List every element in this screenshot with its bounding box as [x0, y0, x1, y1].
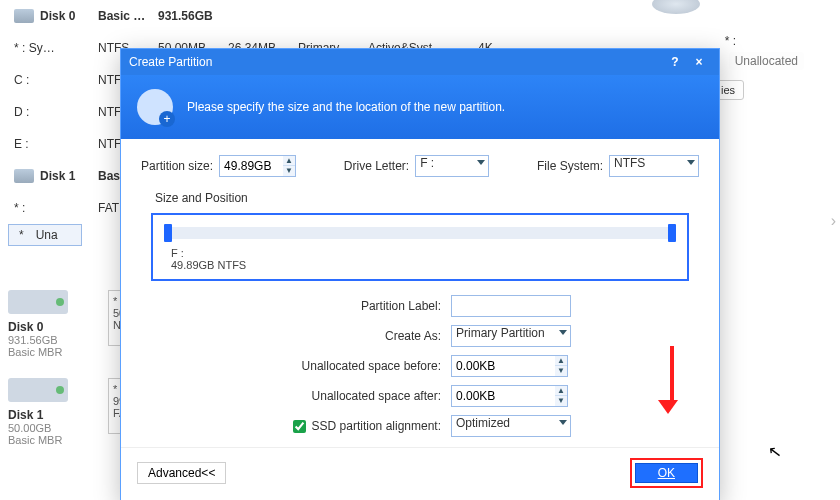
space-before-stepper[interactable]: ▲▼ [451, 355, 591, 377]
partition-range-track[interactable] [169, 227, 671, 239]
space-before-input[interactable] [451, 355, 555, 377]
chevron-right-icon[interactable]: › [831, 212, 836, 230]
drive-letter-select[interactable]: F : [415, 155, 489, 177]
file-system-label: File System: [537, 159, 603, 173]
space-after-label: Unallocated space after: [181, 389, 451, 403]
track-caption: 49.89GB NTFS [171, 259, 677, 271]
stepper-down-icon[interactable]: ▼ [283, 166, 295, 176]
disk-icon [8, 290, 68, 314]
track-letter: F : [171, 247, 677, 259]
partition-size-stepper[interactable]: ▲▼ [219, 155, 296, 177]
chevron-down-icon [477, 160, 485, 165]
size-position-box: F : 49.89GB NTFS [151, 213, 689, 281]
drive-letter-label: Drive Letter: [344, 159, 409, 173]
disk1-summary[interactable]: Disk 1 50.00GB Basic MBR [8, 378, 96, 446]
annotation-arrow-icon [666, 346, 678, 414]
dialog-title: Create Partition [129, 55, 212, 69]
advanced-toggle[interactable]: Advanced<< [137, 462, 226, 484]
help-icon[interactable]: ? [663, 52, 687, 72]
partition-add-icon [137, 89, 173, 125]
table-row[interactable]: *Una [8, 224, 82, 246]
stepper-down-icon[interactable]: ▼ [555, 366, 567, 376]
disk1-size: 50.00GB [8, 422, 96, 434]
chevron-down-icon [687, 160, 695, 165]
partition-size-input[interactable] [219, 155, 283, 177]
disk1-title: Disk 1 [8, 408, 96, 422]
ssd-align-value: Optimized [456, 416, 510, 430]
create-as-value: Primary Partition [456, 326, 545, 340]
close-icon[interactable]: × [687, 52, 711, 72]
disk0-size: 931.56GB [8, 334, 96, 346]
mouse-cursor-icon: ↖ [767, 441, 783, 462]
chevron-down-icon [559, 420, 567, 425]
create-partition-dialog: Create Partition ? × Please specify the … [120, 48, 720, 500]
partition-label-label: Partition Label: [181, 299, 451, 313]
range-handle-left[interactable] [164, 224, 172, 242]
dialog-ribbon: Please specify the size and the location… [121, 75, 719, 139]
chevron-down-icon [559, 330, 567, 335]
ok-button[interactable]: OK [635, 463, 698, 483]
stepper-down-icon[interactable]: ▼ [555, 396, 567, 406]
stepper-up-icon[interactable]: ▲ [555, 356, 567, 366]
disk1-type: Basic MBR [8, 434, 96, 446]
file-system-value: NTFS [614, 156, 645, 170]
ribbon-text: Please specify the size and the location… [187, 100, 505, 114]
unallocated-label: Unallocated [729, 52, 804, 70]
size-position-title: Size and Position [155, 191, 699, 205]
create-as-label: Create As: [181, 329, 451, 343]
ok-highlight: OK [630, 458, 703, 488]
partition-label-input[interactable] [451, 295, 571, 317]
space-after-input[interactable] [451, 385, 555, 407]
create-as-select[interactable]: Primary Partition [451, 325, 571, 347]
space-after-stepper[interactable]: ▲▼ [451, 385, 591, 407]
partition-size-label: Partition size: [141, 159, 213, 173]
ssd-align-checkbox[interactable] [293, 420, 306, 433]
dialog-titlebar[interactable]: Create Partition ? × [121, 49, 719, 75]
disk0-summary[interactable]: Disk 0 931.56GB Basic MBR [8, 290, 96, 358]
stepper-up-icon[interactable]: ▲ [283, 156, 295, 166]
disk0-title: Disk 0 [8, 320, 96, 334]
disk-icon [8, 378, 68, 402]
disk0-type: Basic MBR [8, 346, 96, 358]
table-row[interactable]: Disk 0Basic …931.56GB [8, 0, 832, 32]
space-before-label: Unallocated space before: [181, 359, 451, 373]
drive-letter-value: F : [420, 156, 434, 170]
range-handle-right[interactable] [668, 224, 676, 242]
ssd-align-label[interactable]: SSD partition alignment: [312, 419, 451, 433]
stepper-up-icon[interactable]: ▲ [555, 386, 567, 396]
ssd-align-select[interactable]: Optimized [451, 415, 571, 437]
right-star: * : [725, 34, 736, 48]
file-system-select[interactable]: NTFS [609, 155, 699, 177]
